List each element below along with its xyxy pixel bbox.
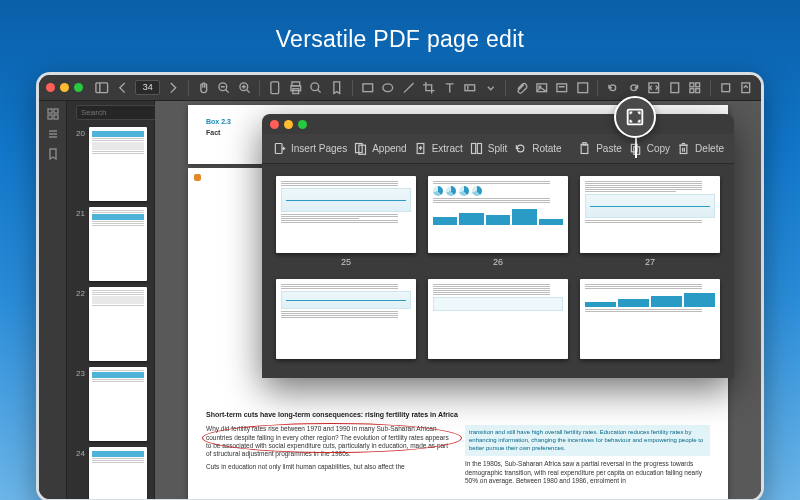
svg-rect-26 [578,83,588,93]
svg-line-14 [318,89,321,92]
page-thumbnail[interactable]: 27 [580,176,720,267]
textbox-tool-icon[interactable] [462,80,478,96]
delete-button[interactable]: Delete [676,141,724,156]
page-number-label: 26 [493,257,503,267]
page-icon[interactable] [267,80,283,96]
grid-icon[interactable] [687,80,703,96]
outline-mode-icon[interactable] [46,127,60,141]
extract-button[interactable]: Extract [413,141,463,156]
callout-connector [635,138,637,158]
line-tool-icon[interactable] [401,80,417,96]
thumbnail-number: 22 [73,287,85,298]
fit-page-icon[interactable] [667,80,683,96]
svg-point-16 [383,84,393,92]
page-number-input[interactable]: 34 [135,80,160,95]
thumbnails-mode-icon[interactable] [46,107,60,121]
separator [505,80,506,96]
rect-tool-icon[interactable] [360,80,376,96]
page-thumbnail[interactable]: 26 [428,176,568,267]
sidebar-search-row [67,101,154,123]
separator [710,80,711,96]
page-number-label: 25 [341,257,351,267]
callout-highlight [614,96,656,138]
svg-rect-38 [54,115,58,119]
share-icon[interactable] [718,80,734,96]
page-thumbnail[interactable] [428,279,568,370]
insert-pages-button[interactable]: Insert Pages [272,141,347,156]
svg-line-17 [403,83,413,93]
thumbnail-page[interactable] [89,127,147,201]
export-icon[interactable] [738,80,754,96]
text-tool-icon[interactable] [442,80,458,96]
chevron-down-icon[interactable] [483,80,499,96]
fullscreen-button[interactable] [74,83,83,92]
annotation-marker-icon[interactable] [194,174,201,181]
svg-rect-36 [54,109,58,113]
thumbnail-item[interactable]: 20 [73,127,148,201]
close-button[interactable] [270,120,279,129]
thumbnail-page[interactable] [89,447,147,499]
bookmarks-mode-icon[interactable] [46,147,60,161]
append-button[interactable]: Append [353,141,406,156]
page-grid[interactable]: 25 26 27 [262,164,734,378]
minimize-button[interactable] [284,120,293,129]
thumbnail-sidebar: 20 21 22 23 [67,101,155,499]
main-toolbar: 34 [39,75,761,101]
page-thumbnail[interactable] [580,279,720,370]
svg-rect-15 [362,84,372,92]
svg-rect-28 [671,83,679,93]
minimize-button[interactable] [60,83,69,92]
close-button[interactable] [46,83,55,92]
svg-rect-20 [465,85,475,91]
oval-annotation[interactable] [202,423,462,453]
text-columns: Why did fertility rates rise between 197… [206,425,710,486]
svg-rect-0 [96,83,108,93]
section-heading: Short-term cuts have long-term consequen… [206,410,710,419]
fullscreen-button[interactable] [298,120,307,129]
thumbnail-number: 23 [73,367,85,378]
split-button[interactable]: Split [469,141,507,156]
svg-rect-24 [557,84,567,92]
thumbnail-page[interactable] [89,367,147,441]
panel-titlebar [262,114,734,134]
zoom-in-icon[interactable] [237,80,253,96]
svg-line-3 [226,89,229,92]
next-page-icon[interactable] [165,80,181,96]
button-label: Append [372,143,406,154]
svg-rect-52 [477,144,481,154]
more-icon[interactable] [575,80,591,96]
svg-rect-29 [690,83,694,87]
rotate-left-icon[interactable] [605,80,621,96]
thumbnail-item[interactable]: 24 [73,447,148,499]
thumbnail-item[interactable]: 23 [73,367,148,441]
thumbnail-item[interactable]: 22 [73,287,148,361]
prev-page-icon[interactable] [115,80,131,96]
sidebar-toggle-icon[interactable] [94,80,110,96]
circle-tool-icon[interactable] [380,80,396,96]
hand-tool-icon[interactable] [196,80,212,96]
thumbnail-page[interactable] [89,287,147,361]
stamp-icon[interactable] [554,80,570,96]
fit-screen-icon [624,106,646,128]
bookmark-icon[interactable] [329,80,345,96]
thumbnail-item[interactable]: 21 [73,207,148,281]
zoom-out-icon[interactable] [216,80,232,96]
page-thumbnail[interactable] [276,279,416,370]
svg-rect-57 [680,145,687,153]
paste-button[interactable]: Paste [577,141,622,156]
image-tool-icon[interactable] [534,80,550,96]
rotate-button[interactable]: Rotate [513,141,561,156]
thumbnail-page[interactable] [89,207,147,281]
print-icon[interactable] [288,80,304,96]
search-icon[interactable] [308,80,324,96]
button-label: Extract [432,143,463,154]
svg-line-6 [247,89,250,92]
button-label: Copy [647,143,670,154]
rotate-right-icon[interactable] [626,80,642,96]
thumbnail-list[interactable]: 20 21 22 23 [67,123,154,499]
fit-width-icon[interactable] [646,80,662,96]
crop-tool-icon[interactable] [421,80,437,96]
attachment-icon[interactable] [513,80,529,96]
page-thumbnail[interactable]: 25 [276,176,416,267]
separator [597,80,598,96]
